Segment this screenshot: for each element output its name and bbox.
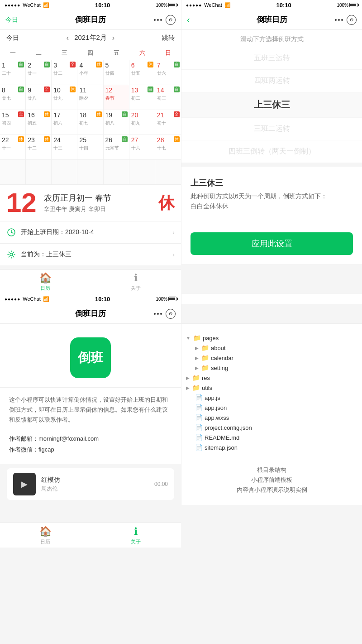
setting-row-date[interactable]: 开始上班日期：2020-10-4 › <box>0 221 181 243</box>
cal-cell-0203[interactable]: 10休廿九 <box>52 85 77 110</box>
left-circle-button-2[interactable]: ⊙ <box>166 309 176 319</box>
cal-cell-0107[interactable]: 7白廿六 <box>155 60 181 85</box>
about-panel: 倒班 这个小程序可以快速计算倒休情况，设置好开始上班的日期和倒班方式，即可在日历… <box>0 324 181 548</box>
setting-row-mode[interactable]: 当前为：上三休三 › <box>0 243 181 265</box>
right-nav-right: ⊙ <box>335 15 357 25</box>
pages-folder-label: pages <box>203 335 219 341</box>
file-appjs[interactable]: 📄 app.js <box>186 393 357 403</box>
picker-item-1[interactable]: 四班两运转 <box>181 70 362 92</box>
cal-cell-0105[interactable]: 5廿四 <box>104 60 129 85</box>
file-projectconfig[interactable]: 📄 project.config.json <box>186 423 357 433</box>
picker-item-4[interactable]: 四班三倒转（两天一倒制） <box>181 140 362 163</box>
left-dot-menu[interactable] <box>154 19 162 21</box>
jump-button[interactable]: 跳转 <box>162 34 175 42</box>
nav-bar-row-2: 倒班日历 ⊙ <box>0 304 362 324</box>
month-nav: ‹ 2021年2月 › <box>67 34 114 42</box>
cal-cell-0206[interactable]: 13白初二 <box>129 85 155 110</box>
cal-empty-rows <box>0 159 181 184</box>
cal-cell-0407[interactable]: 28休十七 <box>155 135 181 159</box>
file-about-folder[interactable]: ▶ 📁 about <box>186 343 357 353</box>
cal-cell-0102[interactable]: 2白廿一 <box>26 60 52 85</box>
file-utils-folder[interactable]: ▶ 📁 utils <box>186 383 357 393</box>
empty-cell-3 <box>52 159 77 184</box>
right-circle-button[interactable]: ⊙ <box>347 15 357 25</box>
clock-icon <box>6 227 16 237</box>
file-appwxss[interactable]: 📄 app.wxss <box>186 413 357 423</box>
right-nav-back[interactable]: ‹ <box>187 14 190 25</box>
cal-cell-0401[interactable]: 22休十一 <box>0 135 26 159</box>
picker-item-3[interactable]: 三班二运转 <box>181 118 362 140</box>
appjson-label: app.json <box>205 404 227 411</box>
right-time: 10:10 <box>276 2 291 9</box>
sitemap-icon: 📄 <box>195 444 203 451</box>
tab-about-label: 关于 <box>131 285 141 292</box>
cal-cell-0104[interactable]: 4休小年 <box>77 60 103 85</box>
file-sitemap[interactable]: 📄 sitemap.json <box>186 442 357 452</box>
cal-cell-0301[interactable]: 15全初四 <box>0 110 26 135</box>
tab-about-2[interactable]: ℹ 关于 <box>90 523 181 548</box>
cal-cell-0204[interactable]: 11除夕 <box>77 85 103 110</box>
cal-cell-0207[interactable]: 14白初三 <box>155 85 181 110</box>
dot6 <box>160 313 162 315</box>
file-tree-panel: ▼ 📁 pages ▶ 📁 about ▶ 📁 calendar ▶ 📁 set… <box>181 324 362 505</box>
left-wifi-icon: 📶 <box>43 2 49 8</box>
left-circle-button[interactable]: ⊙ <box>166 15 176 25</box>
apply-button[interactable]: 应用此设置 <box>191 232 353 255</box>
cal-cell-0306[interactable]: 20初九 <box>129 110 155 135</box>
left-battery: 100% <box>156 3 176 8</box>
prev-month-button[interactable]: ‹ <box>67 34 69 42</box>
calendar-grid: 1白二十 2白廿一 3全廿二 4休小年 5廿四 6休廿五 7白廿六 8白廿七 9… <box>0 60 181 159</box>
rdot1 <box>335 19 337 21</box>
file-pages-folder[interactable]: ▼ 📁 pages <box>186 333 357 343</box>
dot1 <box>154 19 156 21</box>
tab-calendar[interactable]: 🏠 日历 <box>0 269 90 294</box>
cal-cell-0405[interactable]: 26白元宵节 <box>104 135 129 159</box>
file-setting-folder[interactable]: ▶ 📁 setting <box>186 363 357 373</box>
cal-cell-0406[interactable]: 27十六 <box>129 135 155 159</box>
file-appjson[interactable]: 📄 app.json <box>186 403 357 413</box>
tab-about[interactable]: ℹ 关于 <box>90 269 181 294</box>
cal-cell-0403[interactable]: 24十三 <box>52 135 77 159</box>
cal-cell-0205[interactable]: 12春节 <box>104 85 129 110</box>
empty-cell-4 <box>77 159 103 184</box>
desc-title: 上三休三 <box>191 178 353 188</box>
calendar-today-btn[interactable]: 今日 <box>6 34 19 42</box>
today-button[interactable]: 今日 <box>5 16 18 24</box>
date-festival: 农历正月初一 春节 <box>44 192 151 203</box>
desc-text: 此种倒班方式以6天为一个周期，倒班方式如下：白白全休休休 <box>191 191 353 211</box>
picker-item-2[interactable]: 上三休三 <box>181 92 362 118</box>
file-res-folder[interactable]: ▶ 📁 res <box>186 373 357 383</box>
rdot2 <box>338 19 340 21</box>
tab-calendar-2[interactable]: 🏠 日历 <box>0 523 90 548</box>
music-player[interactable]: ▶ 红模仿 周杰伦 00:00 <box>7 468 174 500</box>
picker-subtitle: 滑动下方选择倒班方式 <box>181 30 362 47</box>
appwxss-icon: 📄 <box>195 414 203 421</box>
cal-cell-0304[interactable]: 18休初七 <box>77 110 103 135</box>
cal-cell-0201[interactable]: 8白廿七 <box>0 85 26 110</box>
info-icon: ℹ <box>134 272 138 284</box>
cal-cell-0302[interactable]: 16休初五 <box>26 110 52 135</box>
weekday-mon: 一 <box>0 46 26 60</box>
cal-cell-0106[interactable]: 6休廿五 <box>129 60 155 85</box>
cal-cell-0103[interactable]: 3全廿二 <box>52 60 77 85</box>
cal-cell-0402[interactable]: 23休十二 <box>26 135 52 159</box>
back-arrow-icon[interactable]: ‹ <box>187 14 190 25</box>
right-panel-picker: 滑动下方选择倒班方式 五班三运转 四班两运转 上三休三 三班二运转 四班三倒转（… <box>181 30 362 264</box>
cal-cell-0307[interactable]: 21全初十 <box>155 110 181 135</box>
picker-item-0[interactable]: 五班三运转 <box>181 47 362 70</box>
left-dot-menu-2[interactable] <box>154 313 162 315</box>
cal-cell-0303[interactable]: 17初六 <box>52 110 77 135</box>
right-dot-menu[interactable] <box>335 19 343 21</box>
left-wifi-icon-2: 📶 <box>43 296 49 302</box>
next-month-button[interactable]: › <box>112 34 114 42</box>
cal-cell-0404[interactable]: 25十四 <box>77 135 103 159</box>
cal-cell-0101[interactable]: 1白二十 <box>0 60 26 85</box>
file-readme[interactable]: 📄 README.md <box>186 433 357 442</box>
file-calendar-folder[interactable]: ▶ 📁 calendar <box>186 353 357 363</box>
home-icon-2: 🏠 <box>39 526 52 538</box>
status-bar-row: ●●●●● WeChat 📶 10:10 100% ●●●●● WeChat 📶… <box>0 0 362 10</box>
empty-cell-6 <box>129 159 155 184</box>
cal-cell-0202[interactable]: 9全廿八 <box>26 85 52 110</box>
cal-cell-0305[interactable]: 19白初八 <box>104 110 129 135</box>
app-logo: 倒班 <box>70 337 111 378</box>
